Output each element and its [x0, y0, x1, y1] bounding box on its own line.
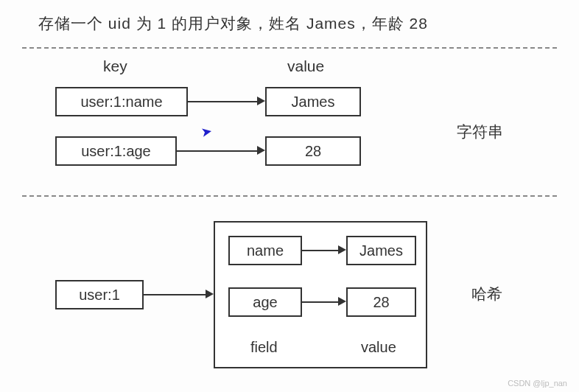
- hash-section-label: 哈希: [471, 284, 502, 304]
- header-key: key: [103, 57, 127, 75]
- hash-field-label: field: [250, 339, 278, 356]
- diagram-title: 存储一个 uid 为 1 的用户对象，姓名 James，年龄 28: [38, 13, 428, 34]
- hash-field-1: name: [247, 242, 284, 259]
- hash-key: user:1: [79, 287, 120, 304]
- string-value-box-2: 28: [265, 136, 361, 166]
- arrow-line-hf1: [302, 250, 339, 251]
- arrow-head-1: [257, 97, 265, 105]
- hash-value-2: 28: [373, 294, 389, 311]
- string-value-1: James: [292, 94, 335, 111]
- arrow-head-hash: [206, 290, 214, 298]
- hash-field-box-1: name: [228, 236, 302, 265]
- hash-value-box-2: 28: [346, 287, 416, 317]
- watermark: CSDN @ljp_nan: [508, 379, 567, 388]
- arrow-line-2: [177, 150, 258, 152]
- hash-value-label: value: [361, 339, 396, 356]
- hash-value-1: James: [359, 242, 403, 259]
- header-value: value: [287, 57, 324, 75]
- hash-value-box-1: James: [346, 236, 416, 265]
- arrow-line-hf2: [302, 301, 339, 303]
- hash-key-box: user:1: [55, 280, 144, 309]
- string-key-1: user:1:name: [80, 94, 162, 111]
- arrow-head-hf1: [338, 245, 346, 254]
- string-key-box-2: user:1:age: [55, 136, 177, 166]
- string-key-box-1: user:1:name: [55, 87, 188, 116]
- divider-2: [22, 195, 557, 197]
- arrow-line-hash: [144, 294, 206, 295]
- arrow-line-1: [188, 101, 258, 102]
- string-value-2: 28: [305, 143, 321, 160]
- arrow-head-hf2: [338, 297, 346, 306]
- string-section-label: 字符串: [457, 122, 503, 142]
- string-value-box-1: James: [265, 87, 361, 116]
- hash-field-2: age: [253, 294, 277, 311]
- hash-field-box-2: age: [228, 287, 302, 317]
- string-key-2: user:1:age: [81, 143, 151, 160]
- cursor-icon: ➤: [200, 123, 214, 141]
- arrow-head-2: [257, 146, 265, 155]
- divider-1: [22, 47, 557, 49]
